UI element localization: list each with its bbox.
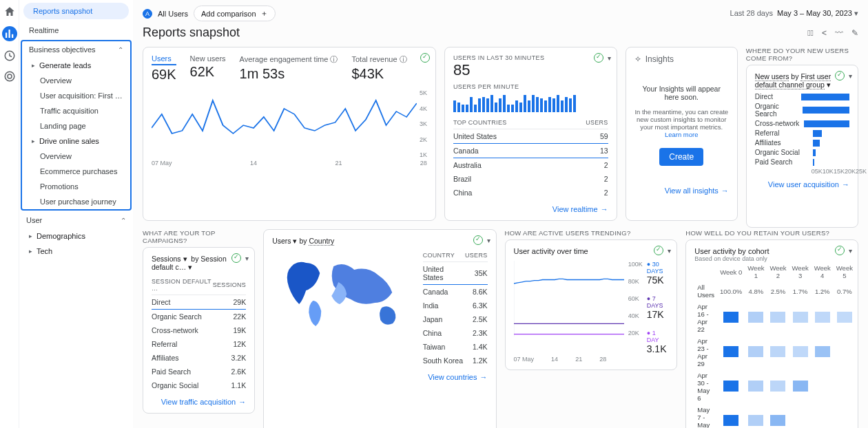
table-row: South Korea1.2K: [423, 354, 488, 367]
check-icon: [231, 253, 241, 263]
card-menu-button[interactable]: ▾: [487, 237, 490, 244]
add-comparison-button[interactable]: Add comparison ＋: [194, 6, 276, 21]
metric-new-users[interactable]: New users62K: [190, 54, 226, 83]
sidebar-demographics[interactable]: Demographics: [19, 228, 133, 244]
table-row: Taiwan1.4K: [423, 340, 488, 354]
card-menu-button[interactable]: ▾: [849, 72, 852, 80]
share-icon[interactable]: <: [822, 28, 827, 38]
table-row: China2: [453, 186, 608, 200]
sidebar-drive-online-sales[interactable]: Drive online sales: [22, 133, 130, 149]
check-icon: [654, 246, 663, 255]
table-row: China2.3K: [423, 326, 488, 340]
sidebar: Reports snapshot Realtime Business objec…: [19, 0, 133, 428]
sidebar-generate-leads[interactable]: Generate leads: [22, 58, 130, 73]
customize-icon[interactable]: ✎⃞: [807, 28, 814, 38]
sidebar-lead-landing-page[interactable]: Landing page: [22, 118, 130, 133]
campaigns-block: WHAT ARE YOUR TOP CAMPAIGNS? ▾ Sessions …: [143, 229, 255, 428]
realtime-value: 85: [453, 61, 608, 79]
card-menu-button[interactable]: ▾: [668, 247, 671, 255]
top-countries-table: TOP COUNTRIESUSERS United States59Canada…: [453, 116, 608, 200]
metric-engagement[interactable]: Average engagement time ⓘ1m 53s: [240, 54, 338, 83]
bar-row: Organic Search: [755, 103, 849, 118]
view-user-acquisition-link[interactable]: View user acquisition→: [755, 180, 849, 189]
new-users-block: WHERE DO YOUR NEW USERS COME FROM? ▾ New…: [746, 47, 858, 221]
view-realtime-link[interactable]: View realtime→: [453, 205, 608, 213]
view-countries-link[interactable]: View countries→: [272, 373, 487, 381]
cohort-row: Apr 23 - Apr 29: [694, 335, 856, 370]
sidebar-label: Business objectives: [29, 45, 96, 54]
countries-card: ▾ Users ▾ by Country COUNTRYUSE: [263, 229, 496, 428]
bar-row: Paid Search: [755, 158, 849, 166]
sidebar-sales-purchase-journey[interactable]: User purchase journey: [22, 194, 130, 209]
countries-table: COUNTRYUSERS United States35KCanada8.6KI…: [423, 249, 488, 367]
table-row: Organic Social1.1K: [152, 378, 246, 392]
page-title: Reports snapshot: [143, 25, 240, 40]
home-icon[interactable]: [3, 6, 16, 18]
page-actions: ✎⃞ < 〰 ✎: [807, 28, 858, 38]
sidebar-user[interactable]: User ⌃: [19, 212, 133, 228]
bar-row: Affiliates: [755, 139, 849, 147]
bar-row: Organic Social: [755, 149, 849, 156]
metric-users[interactable]: Users69K: [152, 54, 176, 83]
table-row: India6.3K: [423, 299, 488, 312]
card-menu-button[interactable]: ▾: [608, 54, 611, 62]
realtime-card: ▾ USERS IN LAST 30 MINUTES 85 USERS PER …: [444, 47, 617, 221]
reports-icon[interactable]: [2, 26, 17, 41]
all-users-badge[interactable]: A: [143, 9, 152, 19]
check-icon: [594, 53, 603, 63]
explore-icon[interactable]: [3, 50, 16, 62]
sidebar-sales-overview[interactable]: Overview: [22, 149, 130, 164]
create-button[interactable]: Create: [659, 148, 703, 166]
cohort-row: Apr 16 - Apr 22: [694, 301, 856, 335]
check-icon: [420, 53, 430, 63]
insights-card: ✧Insights Your Insights will appear here…: [626, 47, 738, 221]
table-row: Cross-network19K: [152, 323, 246, 337]
sidebar-lead-overview[interactable]: Overview: [22, 73, 130, 88]
sidebar-sales-promotions[interactable]: Promotions: [22, 179, 130, 194]
activity-legend: ● 30 DAYS75K ● 7 DAYS17K ● 1 DAY3.1K: [647, 261, 669, 354]
arrow-right-icon: →: [480, 373, 488, 381]
check-icon: [835, 246, 845, 255]
check-icon: [835, 71, 845, 81]
sidebar-tech[interactable]: Tech: [19, 244, 133, 259]
overview-metrics: Users69K New users62K Average engagement…: [152, 54, 427, 83]
title-bar: Reports snapshot ✎⃞ < 〰 ✎: [143, 25, 858, 40]
world-map: [272, 249, 416, 332]
table-row: Brazil2: [453, 172, 608, 186]
activity-block: HOW ARE ACTIVE USERS TRENDING? ▾ User ac…: [505, 229, 678, 428]
bar-row: Direct: [755, 93, 849, 100]
table-row: Organic Search22K: [152, 310, 246, 324]
table-row: Referral12K: [152, 337, 246, 351]
insights-icon[interactable]: 〰: [835, 28, 843, 38]
svg-point-1: [8, 74, 12, 78]
cohort-row: May 7 - May 13: [694, 404, 856, 428]
sidebar-lead-user-acquisition[interactable]: User acquisition: First user …: [22, 88, 130, 103]
table-row: Affiliates3.2K: [152, 351, 246, 365]
sidebar-reports-snapshot[interactable]: Reports snapshot: [23, 3, 129, 19]
plus-icon: ＋: [260, 8, 268, 19]
advertising-icon[interactable]: [3, 70, 16, 83]
view-all-insights-link[interactable]: View all insights→: [634, 186, 729, 195]
sparkle-icon: ✧: [634, 54, 641, 64]
bar-row: Cross-network: [755, 120, 849, 127]
svg-point-2: [5, 72, 14, 81]
date-range-picker[interactable]: Last 28 days May 3 – May 30, 2023 ▾: [730, 9, 858, 18]
sidebar-realtime[interactable]: Realtime: [19, 22, 133, 39]
table-row: United States35K: [423, 262, 488, 285]
view-traffic-acquisition-link[interactable]: View traffic acquisition→: [152, 398, 246, 406]
countries-selector[interactable]: Users ▾ by Country: [272, 237, 487, 245]
metric-revenue[interactable]: Total revenue ⓘ$43K: [351, 54, 406, 83]
sidebar-lead-traffic-acquisition[interactable]: Traffic acquisition: [22, 103, 130, 118]
sidebar-sales-ecommerce[interactable]: Ecommerce purchases: [22, 164, 130, 179]
main-content: A All Users Add comparison ＋ Last 28 day…: [133, 0, 868, 428]
sidebar-business-objectives-box: Business objectives ⌃ Generate leads Ove…: [21, 40, 132, 211]
card-menu-button[interactable]: ▾: [245, 255, 249, 262]
sidebar-business-objectives[interactable]: Business objectives ⌃: [22, 41, 130, 58]
edit-icon[interactable]: ✎: [851, 28, 858, 38]
check-icon: [473, 235, 483, 245]
cohort-row: Apr 30 - May 6: [694, 370, 856, 404]
comparison-bar: A All Users Add comparison ＋ Last 28 day…: [143, 6, 858, 21]
card-menu-button[interactable]: ▾: [849, 247, 852, 255]
learn-more-link[interactable]: Learn more: [665, 131, 699, 138]
table-row: Australia2: [453, 158, 608, 173]
